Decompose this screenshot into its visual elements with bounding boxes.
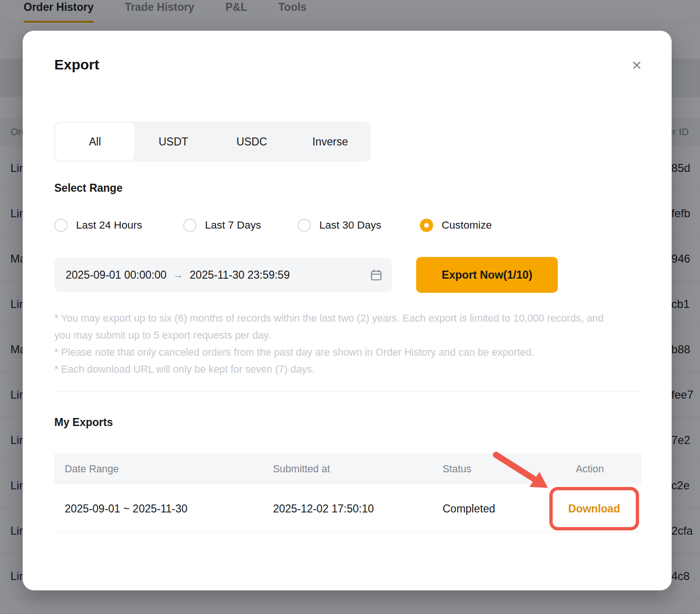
date-end: 2025-11-30 23:59:59 xyxy=(190,269,290,281)
export-note: * Each download URL will only be kept fo… xyxy=(54,361,617,378)
radio-customize[interactable]: Customize xyxy=(420,219,492,232)
col-submitted-at: Submitted at xyxy=(273,463,330,475)
export-note: * Please note that only canceled orders … xyxy=(54,344,617,361)
modal-title: Export xyxy=(54,57,99,73)
radio-label: Last 30 Days xyxy=(319,219,381,231)
market-tab-usdc[interactable]: USDC xyxy=(213,123,291,161)
market-tab-all[interactable]: All xyxy=(56,123,134,161)
download-button[interactable]: Download xyxy=(568,503,620,515)
date-to-arrow-icon: → xyxy=(173,269,183,281)
close-icon[interactable]: ✕ xyxy=(627,56,646,75)
date-start: 2025-09-01 00:00:00 xyxy=(66,269,167,281)
annotation-highlight-box: Download xyxy=(549,487,639,530)
range-radio-group: Last 24 HoursLast 7 DaysLast 30 DaysCust… xyxy=(54,219,640,234)
my-exports-table: Date Range Submitted at Status Action 20… xyxy=(54,453,641,533)
market-filter-tabs: AllUSDTUSDCInverse xyxy=(54,121,371,162)
market-tab-usdt[interactable]: USDT xyxy=(134,123,213,161)
exports-table-header: Date Range Submitted at Status Action xyxy=(54,453,641,485)
radio-circle-icon xyxy=(420,219,433,232)
col-status: Status xyxy=(443,463,471,475)
export-submitted-at: 2025-12-02 17:50:10 xyxy=(273,502,374,515)
calendar-icon[interactable] xyxy=(370,269,383,281)
radio-circle-icon xyxy=(298,219,311,232)
radio-circle-icon xyxy=(183,219,196,232)
page: Order HistoryTrade HistoryP&LTools Order… xyxy=(0,0,700,614)
radio-last-7-days[interactable]: Last 7 Days xyxy=(183,219,261,232)
col-action: Action xyxy=(576,463,604,475)
export-status: Completed xyxy=(443,502,495,515)
date-range-input[interactable]: 2025-09-01 00:00:00 → 2025-11-30 23:59:5… xyxy=(54,258,392,292)
radio-label: Customize xyxy=(442,219,492,231)
market-tab-inverse[interactable]: Inverse xyxy=(291,123,369,161)
radio-last-30-days[interactable]: Last 30 Days xyxy=(298,219,381,232)
export-now-button[interactable]: Export Now(1/10) xyxy=(416,257,558,293)
radio-last-24-hours[interactable]: Last 24 Hours xyxy=(54,219,142,232)
divider xyxy=(54,391,641,392)
export-date-range: 2025-09-01 ~ 2025-11-30 xyxy=(65,502,188,515)
radio-label: Last 7 Days xyxy=(205,219,261,231)
export-notes: * You may export up to six (6) months of… xyxy=(54,310,617,378)
col-date-range: Date Range xyxy=(65,463,119,475)
radio-circle-icon xyxy=(54,219,68,232)
export-note: * You may export up to six (6) months of… xyxy=(54,310,617,344)
radio-label: Last 24 Hours xyxy=(76,219,142,231)
select-range-label: Select Range xyxy=(54,182,122,195)
export-row: 2025-09-01 ~ 2025-11-30 2025-12-02 17:50… xyxy=(54,485,641,533)
my-exports-title: My Exports xyxy=(54,416,113,429)
export-modal: Export ✕ AllUSDTUSDCInverse Select Range… xyxy=(23,31,672,590)
